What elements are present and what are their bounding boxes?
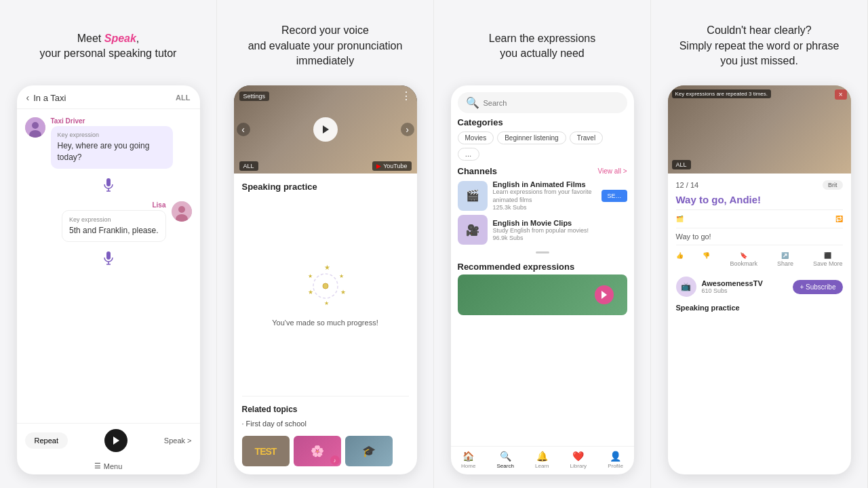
panel-4: Couldn't hear clearly?Simply repeat the … xyxy=(651,0,868,488)
repeat-icon: 🔁 xyxy=(835,216,843,222)
action-bookmark[interactable]: 🔖 Bookmark xyxy=(730,252,757,267)
channel-2-info: English in Movie Clips Study English fro… xyxy=(493,219,627,242)
icon-item-flashcard[interactable]: 🗂️ xyxy=(676,216,684,222)
all-badge: ALL xyxy=(239,161,258,171)
channel-item-1[interactable]: 🎬 English in Animated Films Learn expres… xyxy=(458,180,627,211)
cat-tag-travel[interactable]: Travel xyxy=(570,131,603,144)
nav-library[interactable]: ❤️ Library xyxy=(570,451,587,469)
action-like[interactable]: 👍 xyxy=(676,252,684,267)
view-all-link[interactable]: View all > xyxy=(598,167,627,175)
nav-search[interactable]: 🔍 Search xyxy=(497,451,514,469)
driver-name: Taxi Driver xyxy=(51,117,173,125)
chat-header: ‹ In a Taxi ALL xyxy=(17,85,200,109)
chat-message-lisa: Lisa Key expression 5th and Franklin, pl… xyxy=(25,201,192,243)
svg-text:★: ★ xyxy=(308,289,313,296)
p4-divider xyxy=(676,245,843,245)
menu-icon: ☰ xyxy=(94,462,101,470)
p2-body: Speaking practice ★ ★ ★ ★ ★ ★ You' xyxy=(234,174,417,474)
channel-row-name: AwesomenessTV xyxy=(702,279,788,287)
like-icon: 👍 xyxy=(676,252,684,259)
icon-item-repeat[interactable]: 🔁 xyxy=(835,216,843,222)
nav-profile[interactable]: 👤 Profile xyxy=(608,451,623,469)
counter-total: / 14 xyxy=(686,181,698,189)
phone-frame-2: Settings ⋮ ‹ › ALL ▶ YouTube xyxy=(234,85,417,474)
speak-button[interactable]: Speak > xyxy=(164,436,192,445)
action-row: 👍 👎 🔖 Bookmark ↗️ Share ⬛ Save More xyxy=(676,249,843,270)
driver-avatar xyxy=(25,117,45,138)
search-input[interactable] xyxy=(484,99,619,107)
menu-bar[interactable]: ☰ Menu xyxy=(17,458,200,474)
thumb-badge: ♪ xyxy=(330,455,340,465)
rec-video-play-button[interactable] xyxy=(595,285,614,304)
panel-3: Learn the expressionsyou actually need 🔍… xyxy=(434,0,651,488)
rec-video-thumb[interactable] xyxy=(458,274,627,315)
svg-marker-13 xyxy=(323,125,329,134)
video-prev-icon[interactable]: ‹ xyxy=(237,123,250,136)
svg-marker-22 xyxy=(601,291,607,299)
channels-section: Channels View all > 🎬 English in Animate… xyxy=(458,166,627,256)
youtube-icon: ▶ xyxy=(376,163,381,169)
p4-bottom-label: Speaking practice xyxy=(676,304,843,312)
driver-label: Key expression xyxy=(58,131,166,138)
save-icon: ⬛ xyxy=(824,252,831,259)
nav-home-label: Home xyxy=(461,463,475,469)
cat-tag-movies[interactable]: Movies xyxy=(458,131,494,144)
action-dislike[interactable]: 👎 xyxy=(703,252,710,267)
driver-message: Hey, where are you going today? xyxy=(58,140,166,163)
mic-2[interactable] xyxy=(25,249,192,268)
repeat-button[interactable]: Repeat xyxy=(25,432,68,449)
video-top-bar: Settings ⋮ xyxy=(234,85,417,106)
p4-video[interactable]: Key expressions are repeated 3 times. × … xyxy=(668,85,851,174)
channel-1-join[interactable]: SE… xyxy=(601,190,627,202)
video-dots-icon[interactable]: ⋮ xyxy=(401,89,412,102)
cat-tag-beginner[interactable]: Beginner listening xyxy=(497,131,566,144)
thumb-item-1[interactable]: TEST xyxy=(242,436,290,466)
channel-row: 📺 AwesomenessTV 610 Subs + Subscribe xyxy=(676,277,843,297)
play-button[interactable] xyxy=(104,429,127,452)
thumbnail-row: TEST 🌸 ♪ 🎓 xyxy=(242,436,409,466)
nav-library-label: Library xyxy=(570,463,587,469)
chat-header-all: ALL xyxy=(176,94,190,102)
nav-home[interactable]: 🏠 Home xyxy=(461,451,475,469)
way-to-go-label: Way to go! xyxy=(676,232,843,241)
back-arrow-icon[interactable]: ‹ xyxy=(26,92,30,103)
subscribe-button[interactable]: + Subscribe xyxy=(793,280,842,294)
lisa-avatar xyxy=(172,201,192,222)
heading-meet: Meet xyxy=(77,33,104,44)
cat-tag-more[interactable]: … xyxy=(458,148,479,161)
thumb-item-3[interactable]: 🎓 xyxy=(345,436,393,466)
panel-2-heading: Record your voiceand evaluate your pronu… xyxy=(248,19,403,73)
p4-close-icon[interactable]: × xyxy=(835,89,847,100)
channel-thumb-2: 🎥 xyxy=(458,215,488,245)
video-play-button[interactable] xyxy=(313,117,338,142)
channel-row-info: AwesomenessTV 610 Subs xyxy=(702,279,788,294)
channel-item-2[interactable]: 🎥 English in Movie Clips Study English f… xyxy=(458,215,627,245)
related-item[interactable]: · First day of school xyxy=(242,420,409,428)
settings-badge[interactable]: Settings xyxy=(239,92,270,101)
action-save[interactable]: ⬛ Save More xyxy=(813,252,843,267)
video-next-icon[interactable]: › xyxy=(401,123,414,136)
profile-icon: 👤 xyxy=(610,451,621,462)
thumb-item-2[interactable]: 🌸 ♪ xyxy=(294,436,341,466)
svg-rect-9 xyxy=(106,251,111,260)
channel-avatar: 📺 xyxy=(676,277,696,297)
save-label: Save More xyxy=(813,260,843,267)
action-share[interactable]: ↗️ Share xyxy=(777,252,793,267)
scroll-dot xyxy=(536,251,549,253)
progress-area: ★ ★ ★ ★ ★ ★ You've made so much progress… xyxy=(242,197,409,388)
panel-1-heading: Meet Speak, your personal speaking tutor xyxy=(40,19,177,73)
panel-1: Meet Speak, your personal speaking tutor… xyxy=(0,0,217,488)
channels-header: Channels View all > xyxy=(458,166,627,176)
phone-frame-4: Key expressions are repeated 3 times. × … xyxy=(668,85,851,474)
svg-text:★: ★ xyxy=(324,300,329,306)
panel-2-title: Record your voiceand evaluate your pronu… xyxy=(248,24,403,66)
channels-title: Channels xyxy=(458,166,498,176)
mic-1[interactable] xyxy=(25,176,192,195)
youtube-badge: ▶ YouTube xyxy=(372,161,411,171)
search-bar[interactable]: 🔍 xyxy=(458,92,627,113)
channel-1-info: English in Animated Films Learn expressi… xyxy=(493,180,597,211)
nav-learn[interactable]: 🔔 Learn xyxy=(535,451,549,469)
video-thumbnail[interactable]: Settings ⋮ ‹ › ALL ▶ YouTube xyxy=(234,85,417,174)
svg-text:★: ★ xyxy=(339,273,344,279)
chat-title: In a Taxi xyxy=(33,93,66,103)
